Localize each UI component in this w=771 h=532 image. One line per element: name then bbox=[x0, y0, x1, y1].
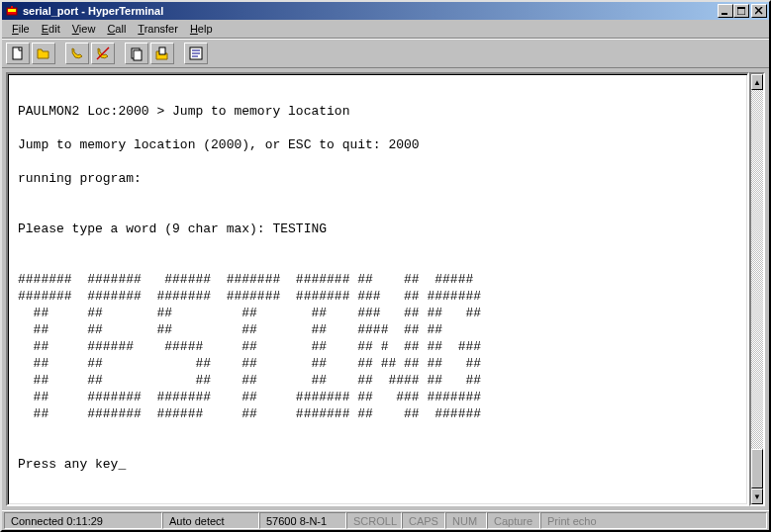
svg-rect-1 bbox=[8, 9, 16, 12]
app-window: serial_port - HyperTerminal File Edit Vi… bbox=[0, 0, 771, 532]
scroll-thumb[interactable] bbox=[751, 449, 763, 488]
window-controls bbox=[718, 4, 767, 18]
status-scroll: SCROLL bbox=[346, 512, 402, 529]
terminal[interactable]: PAULMON2 Loc:2000 > Jump to memory locat… bbox=[6, 72, 749, 506]
phone-disconnect-icon bbox=[95, 45, 111, 61]
status-connected: Connected 0:11:29 bbox=[4, 512, 162, 529]
svg-rect-2 bbox=[11, 6, 13, 8]
menu-edit[interactable]: Edit bbox=[36, 21, 66, 37]
menu-help[interactable]: Help bbox=[184, 21, 219, 37]
menubar: File Edit View Call Transfer Help bbox=[2, 20, 769, 39]
status-caps: CAPS bbox=[402, 512, 445, 529]
phone-connect-icon bbox=[69, 45, 85, 61]
terminal-text: PAULMON2 Loc:2000 > Jump to memory locat… bbox=[10, 78, 745, 477]
toolbar-receive-button[interactable] bbox=[150, 43, 174, 64]
toolbar-send-button[interactable] bbox=[125, 43, 148, 64]
toolbar-separator bbox=[176, 43, 182, 64]
status-num: NUM bbox=[445, 512, 487, 529]
vertical-scrollbar[interactable]: ▲ ▼ bbox=[749, 72, 765, 506]
titlebar: serial_port - HyperTerminal bbox=[2, 2, 769, 20]
close-button[interactable] bbox=[751, 4, 767, 18]
svg-rect-8 bbox=[13, 47, 22, 59]
toolbar-separator bbox=[57, 43, 63, 64]
menu-file[interactable]: File bbox=[6, 21, 36, 37]
terminal-container: PAULMON2 Loc:2000 > Jump to memory locat… bbox=[2, 68, 769, 510]
scroll-down-button[interactable]: ▼ bbox=[751, 488, 763, 504]
app-icon bbox=[4, 3, 20, 19]
menu-view[interactable]: View bbox=[66, 21, 102, 37]
open-folder-icon bbox=[36, 45, 51, 61]
status-capture: Capture bbox=[487, 512, 540, 529]
maximize-button[interactable] bbox=[733, 4, 749, 18]
toolbar-separator bbox=[117, 43, 123, 64]
status-printecho: Print echo bbox=[540, 512, 767, 529]
window-title: serial_port - HyperTerminal bbox=[23, 5, 718, 17]
svg-rect-12 bbox=[159, 47, 165, 54]
toolbar bbox=[2, 39, 769, 68]
toolbar-open-button[interactable] bbox=[32, 43, 55, 64]
status-settings: 57600 8-N-1 bbox=[259, 512, 346, 529]
toolbar-properties-button[interactable] bbox=[184, 43, 208, 64]
status-autodetect: Auto detect bbox=[162, 512, 259, 529]
statusbar: Connected 0:11:29 Auto detect 57600 8-N-… bbox=[2, 510, 769, 530]
scroll-up-button[interactable]: ▲ bbox=[751, 74, 763, 90]
scroll-track[interactable] bbox=[751, 90, 763, 488]
svg-rect-5 bbox=[737, 7, 745, 9]
menu-call[interactable]: Call bbox=[101, 21, 132, 37]
properties-icon bbox=[188, 45, 204, 61]
svg-rect-11 bbox=[134, 50, 142, 60]
toolbar-new-button[interactable] bbox=[6, 43, 30, 64]
menu-transfer[interactable]: Transfer bbox=[132, 21, 184, 37]
receive-file-icon bbox=[154, 45, 170, 61]
minimize-button[interactable] bbox=[718, 4, 733, 18]
send-file-icon bbox=[129, 45, 145, 61]
new-file-icon bbox=[10, 45, 26, 61]
svg-rect-3 bbox=[722, 13, 727, 15]
toolbar-disconnect-button[interactable] bbox=[91, 43, 115, 64]
toolbar-connect-button[interactable] bbox=[65, 43, 89, 64]
